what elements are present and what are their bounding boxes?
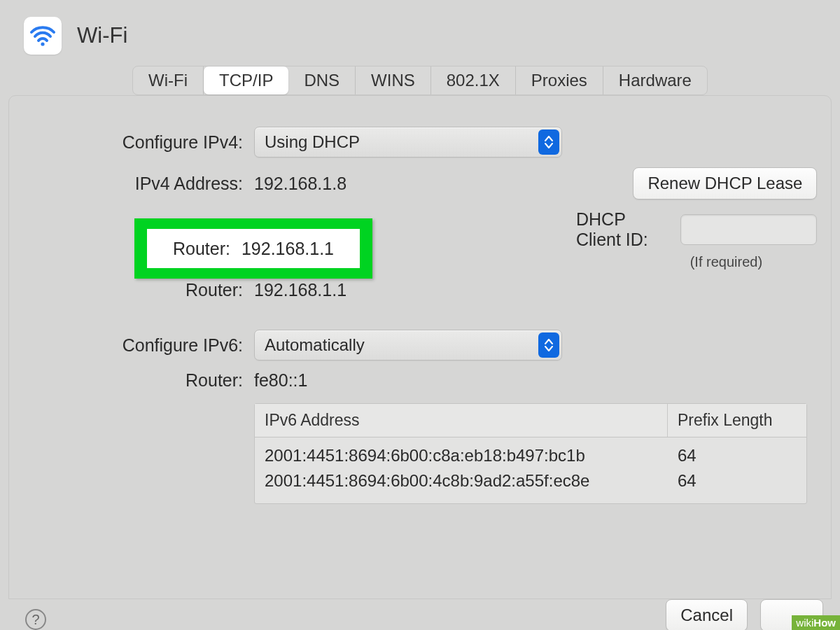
configure-ipv6-value: Automatically [265, 335, 365, 355]
ipv6-address-table: IPv6 Address Prefix Length 2001:4451:869… [254, 403, 807, 504]
updown-icon [538, 332, 559, 358]
updown-icon [538, 130, 559, 155]
page-title: Wi-Fi [77, 23, 127, 48]
configure-ipv6-label: Configure IPv6: [37, 335, 254, 356]
header: Wi-Fi [0, 0, 840, 63]
ipv6-address-cell: 2001:4451:8694:6b00:c8a:eb18:b497:bc1b [255, 443, 668, 468]
svg-point-0 [41, 42, 44, 46]
tabs-container: Wi-Fi TCP/IP DNS WINS 802.1X Proxies Har… [0, 66, 840, 95]
cancel-button[interactable]: Cancel [666, 599, 748, 630]
configure-ipv4-select[interactable]: Using DHCP [254, 127, 562, 158]
ipv6-col-prefix-header: Prefix Length [668, 404, 806, 437]
router-highlight: Router: 192.168.1.1 [134, 218, 372, 279]
ipv4-address-value: 192.168.1.8 [254, 174, 576, 194]
highlight-router-label: Router: [173, 239, 230, 259]
ipv4-router-label: Router: [37, 280, 254, 300]
ipv4-router-value: 192.168.1.1 [254, 280, 576, 300]
renew-dhcp-button[interactable]: Renew DHCP Lease [633, 167, 817, 200]
ipv6-router-label: Router: [37, 370, 254, 391]
ipv6-router-value: fe80::1 [254, 370, 576, 391]
highlight-router-value: 192.168.1.1 [241, 239, 334, 259]
tab-8021x[interactable]: 802.1X [431, 66, 516, 94]
configure-ipv4-value: Using DHCP [265, 132, 360, 152]
ipv6-col-address-header: IPv6 Address [255, 404, 668, 437]
tab-dns[interactable]: DNS [288, 66, 356, 94]
configure-ipv4-label: Configure IPv4: [37, 132, 254, 153]
tab-proxies[interactable]: Proxies [516, 66, 603, 94]
wifi-icon [24, 17, 62, 55]
dhcp-client-id-input[interactable] [680, 214, 817, 245]
tabs: Wi-Fi TCP/IP DNS WINS 802.1X Proxies Har… [132, 66, 708, 95]
ipv4-address-label: IPv4 Address: [37, 174, 254, 194]
table-row[interactable]: 2001:4451:8694:6b00:c8a:eb18:b497:bc1b 6… [255, 443, 806, 468]
tab-hardware[interactable]: Hardware [603, 66, 707, 94]
tab-wins[interactable]: WINS [356, 66, 431, 94]
tab-tcpip[interactable]: TCP/IP [204, 66, 288, 94]
ipv6-address-cell: 2001:4451:8694:6b00:4c8b:9ad2:a55f:ec8e [255, 468, 668, 493]
tab-wifi[interactable]: Wi-Fi [133, 66, 204, 94]
dhcp-client-id-label: DHCP Client ID: [576, 209, 671, 250]
settings-panel: Configure IPv4: Using DHCP IPv4 Address:… [8, 95, 832, 599]
configure-ipv6-select[interactable]: Automatically [254, 330, 562, 360]
ipv6-prefix-cell: 64 [668, 443, 806, 468]
table-row[interactable]: 2001:4451:8694:6b00:4c8b:9ad2:a55f:ec8e … [255, 468, 806, 493]
help-icon[interactable]: ? [25, 609, 46, 630]
dhcp-client-id-hint: (If required) [635, 254, 817, 270]
ipv6-prefix-cell: 64 [668, 468, 806, 493]
watermark: wikiHow [792, 615, 840, 630]
